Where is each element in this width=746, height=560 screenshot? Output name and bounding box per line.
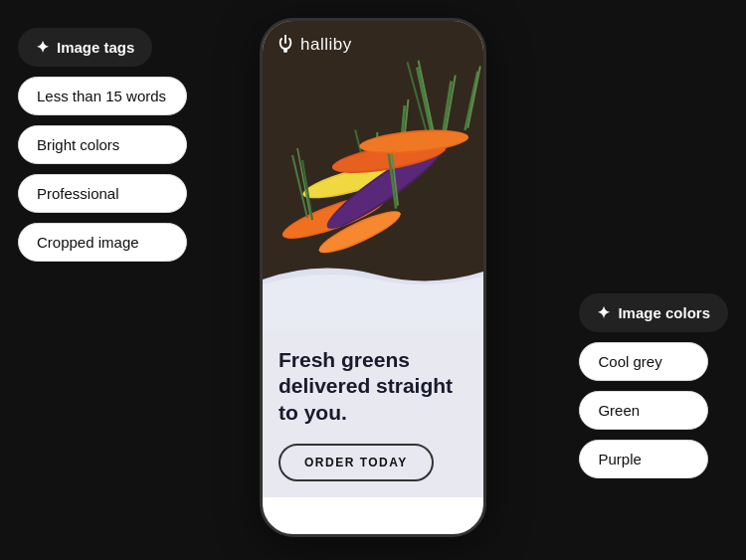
image-tags-title: Image tags	[57, 39, 134, 56]
order-button[interactable]: ORDER TODAY	[279, 444, 434, 481]
image-tags-header: ✦ Image tags	[18, 28, 152, 67]
phone-logo: halliby	[277, 35, 352, 55]
tag-chip-cropped[interactable]: Cropped image	[18, 223, 187, 262]
color-chip-green[interactable]: Green	[579, 391, 708, 430]
halliby-logo-icon	[277, 35, 294, 55]
image-colors-title: Image colors	[618, 304, 710, 321]
carrot-illustration	[263, 21, 483, 329]
sparkle-icon-2: ✦	[597, 303, 610, 322]
tag-chip-professional[interactable]: Professional	[18, 174, 187, 213]
phone-image-area: halliby	[263, 21, 483, 329]
sparkle-icon: ✦	[36, 38, 49, 57]
phone-mockup: halliby Fresh greens delivered straight …	[260, 18, 486, 537]
svg-point-31	[283, 49, 287, 53]
image-colors-header: ✦ Image colors	[579, 293, 728, 332]
phone-content-area: Fresh greens delivered straight to you. …	[263, 329, 483, 497]
phone-logo-text: halliby	[300, 35, 352, 55]
image-colors-panel: ✦ Image colors Cool grey Green Purple	[579, 293, 728, 478]
tag-chip-words[interactable]: Less than 15 words	[18, 77, 187, 115]
color-chip-purple[interactable]: Purple	[579, 440, 708, 478]
image-tags-panel: ✦ Image tags Less than 15 words Bright c…	[18, 28, 187, 262]
color-chip-grey[interactable]: Cool grey	[579, 342, 708, 381]
tag-chip-colors[interactable]: Bright colors	[18, 125, 187, 164]
phone-headline: Fresh greens delivered straight to you.	[279, 347, 467, 426]
